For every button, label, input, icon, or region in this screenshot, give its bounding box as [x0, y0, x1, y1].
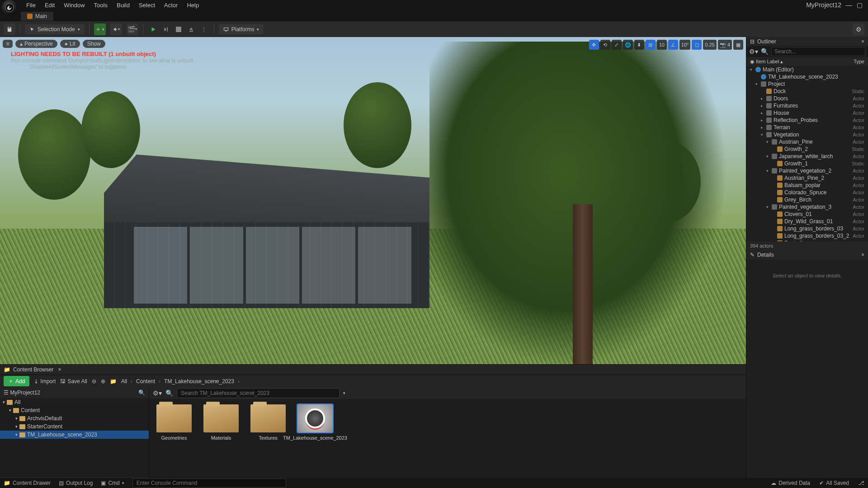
- menu-edit[interactable]: Edit: [40, 1, 59, 9]
- viewport-maximize-button[interactable]: ▦: [733, 40, 743, 50]
- outliner-row[interactable]: Balsam_poplarActor: [746, 182, 868, 189]
- menu-help[interactable]: Help: [182, 1, 203, 9]
- cinematics-button[interactable]: 🎬▾: [127, 23, 138, 35]
- asset-item[interactable]: TM_Lakehouse_scene_2023: [296, 404, 335, 441]
- viewport-perspective-dropdown[interactable]: ▴ Perspective: [15, 40, 57, 48]
- source-tree-item[interactable]: ▾All: [0, 398, 149, 406]
- breadcrumb-item[interactable]: All: [121, 378, 127, 385]
- stop-button[interactable]: [173, 24, 184, 35]
- camera-speed-button[interactable]: 📷 4: [718, 40, 732, 50]
- level-tab-main[interactable]: Main: [21, 12, 53, 21]
- viewport-lit-dropdown[interactable]: ● Lit: [60, 40, 80, 48]
- outliner-row[interactable]: TM_Lakehouse_scene_2023: [746, 73, 868, 80]
- eject-button[interactable]: [186, 24, 197, 35]
- surface-snap-button[interactable]: ⬍: [634, 40, 644, 50]
- outliner-row[interactable]: Colorado_SpruceActor: [746, 189, 868, 196]
- outliner-row[interactable]: Long_grass_borders_03_2Actor: [746, 232, 868, 239]
- filter-icon[interactable]: ⚙▾: [749, 48, 758, 55]
- selection-mode-dropdown[interactable]: Selection Mode ▾: [25, 24, 85, 34]
- menu-file[interactable]: File: [22, 1, 40, 9]
- settings-button[interactable]: ⚙: [853, 23, 864, 35]
- outliner-row[interactable]: Dry_Wild_Grass_01Actor: [746, 218, 868, 225]
- outliner-row[interactable]: Grey_BirchActor: [746, 196, 868, 203]
- details-tab[interactable]: Details: [757, 252, 774, 258]
- skip-button[interactable]: [160, 24, 171, 35]
- derived-data-button[interactable]: ☁ Derived Data: [771, 480, 810, 486]
- source-control-button[interactable]: ✔ All Saved: [819, 480, 849, 486]
- source-tree-search-icon[interactable]: 🔍: [138, 389, 145, 396]
- outliner-row[interactable]: Long_grass_borders_03Actor: [746, 225, 868, 232]
- asset-item[interactable]: Geometries: [155, 404, 193, 441]
- revision-control-icon[interactable]: ⎇: [858, 480, 864, 486]
- menu-select[interactable]: Select: [134, 1, 160, 9]
- content-drawer-button[interactable]: 📁 Content Drawer: [4, 480, 51, 486]
- scale-snap-toggle[interactable]: ◻: [692, 40, 702, 50]
- source-tree-item[interactable]: ▾Content: [0, 406, 149, 414]
- outliner-row[interactable]: DockStatic: [746, 88, 868, 95]
- transform-scale-button[interactable]: ⤢: [612, 40, 622, 50]
- add-content-button[interactable]: ＋▾: [94, 23, 106, 35]
- menu-tools[interactable]: Tools: [90, 1, 112, 9]
- history-back-button[interactable]: ⊖: [92, 378, 96, 385]
- outliner-search-input[interactable]: [771, 47, 865, 56]
- window-maximize-icon[interactable]: ▢: [857, 1, 863, 9]
- asset-search-dropdown[interactable]: ▾: [343, 391, 345, 395]
- transform-rotate-button[interactable]: ⟲: [600, 40, 610, 50]
- import-button[interactable]: ⤓ Import: [34, 378, 56, 385]
- outliner-row[interactable]: ▾Austrian_PineActor: [746, 138, 868, 145]
- outliner-row[interactable]: ▸Reflection_ProbesActor: [746, 117, 868, 124]
- coordinate-space-button[interactable]: 🌐: [623, 40, 633, 50]
- source-tree-item[interactable]: ▾StarterContent: [0, 422, 149, 431]
- outliner-row[interactable]: ▾Project: [746, 80, 868, 88]
- menu-actor[interactable]: Actor: [160, 1, 182, 9]
- platforms-dropdown[interactable]: Platforms ▾: [219, 24, 264, 34]
- console-input[interactable]: [132, 479, 286, 488]
- outliner-row[interactable]: ▸TerrainActor: [746, 124, 868, 131]
- outliner-col-type[interactable]: Type: [854, 59, 864, 64]
- outliner-row[interactable]: ▸DoorsActor: [746, 95, 868, 102]
- close-icon[interactable]: ×: [861, 38, 864, 45]
- history-fwd-button[interactable]: ⊕: [101, 378, 105, 385]
- outliner-row[interactable]: Growth_1Static: [746, 160, 868, 167]
- outliner-row[interactable]: ▾Painted_vegetation_2Actor: [746, 167, 868, 174]
- outliner-row[interactable]: Austrian_Pine_2Actor: [746, 174, 868, 182]
- breadcrumb-item[interactable]: TM_Lakehouse_scene_2023: [164, 378, 234, 385]
- unreal-logo-icon[interactable]: [2, 0, 17, 15]
- viewport[interactable]: ≡ ▴ Perspective ● Lit Show LIGHTING NEED…: [0, 37, 746, 364]
- path-folder-icon[interactable]: 📁: [110, 378, 117, 385]
- save-all-button[interactable]: 🖫 Save All: [60, 378, 87, 385]
- output-log-button[interactable]: ▤ Output Log: [59, 480, 93, 486]
- scale-snap-value[interactable]: 0.25: [703, 40, 716, 50]
- outliner-tab[interactable]: Outliner: [757, 38, 776, 45]
- asset-item[interactable]: Materials: [202, 404, 241, 441]
- outliner-row[interactable]: ▾Painted_vegetation_3Actor: [746, 203, 868, 211]
- grid-snap-toggle[interactable]: ⊞: [646, 40, 656, 50]
- save-button[interactable]: [4, 23, 15, 35]
- outliner-row[interactable]: ▸FurnituresActor: [746, 102, 868, 109]
- close-icon[interactable]: ×: [58, 366, 61, 373]
- viewport-show-dropdown[interactable]: Show: [83, 40, 105, 48]
- outliner-row[interactable]: ▾Japanese_white_larchActor: [746, 153, 868, 160]
- source-tree-item[interactable]: ▾ArchvisDefault: [0, 414, 149, 422]
- menu-build[interactable]: Build: [112, 1, 134, 9]
- outliner-row[interactable]: Clovers_01Actor: [746, 211, 868, 218]
- outliner-col-label[interactable]: Item Label: [756, 59, 779, 64]
- source-tree-item[interactable]: ▾TM_Lakehouse_scene_2023: [0, 431, 149, 439]
- outliner-row[interactable]: ▸HouseActor: [746, 109, 868, 117]
- angle-snap-toggle[interactable]: ∠: [668, 40, 678, 50]
- asset-search-input[interactable]: [177, 388, 340, 398]
- outliner-row[interactable]: ▾VegetationActor: [746, 131, 868, 138]
- asset-item[interactable]: Textures: [249, 404, 288, 441]
- play-options-button[interactable]: ⋮: [198, 24, 209, 35]
- add-button[interactable]: ＋Add: [4, 376, 29, 386]
- angle-snap-value[interactable]: 10°: [679, 40, 691, 50]
- window-minimize-icon[interactable]: —: [846, 1, 852, 9]
- blueprint-button[interactable]: ✦▾: [110, 23, 122, 35]
- grid-snap-value[interactable]: 10: [657, 40, 667, 50]
- close-icon[interactable]: ×: [861, 252, 864, 258]
- viewport-options-button[interactable]: ≡: [3, 40, 13, 48]
- filter-button[interactable]: ⚙▾: [153, 389, 162, 397]
- cmd-dropdown[interactable]: ▣ Cmd ▾: [101, 480, 124, 486]
- outliner-row[interactable]: Growth_2Static: [746, 145, 868, 153]
- transform-move-button[interactable]: ✥: [589, 40, 599, 50]
